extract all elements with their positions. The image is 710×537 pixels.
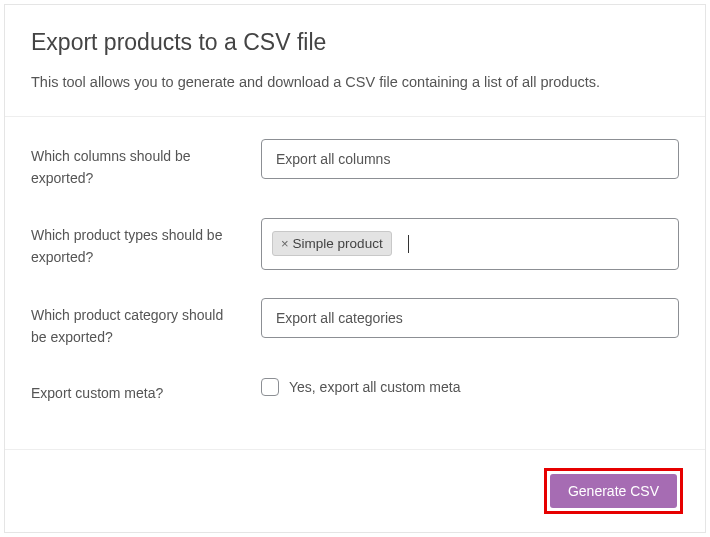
button-highlight: Generate CSV: [544, 468, 683, 514]
category-label: Which product category should be exporte…: [31, 298, 261, 349]
custom-meta-label: Export custom meta?: [31, 376, 261, 404]
form-section: Which columns should be exported? Export…: [5, 117, 705, 443]
generate-csv-button[interactable]: Generate CSV: [550, 474, 677, 508]
export-panel: Export products to a CSV file This tool …: [4, 4, 706, 533]
custom-meta-control: Yes, export all custom meta: [261, 376, 679, 396]
product-types-control: × Simple product: [261, 218, 679, 270]
category-row: Which product category should be exporte…: [31, 298, 679, 349]
columns-label: Which columns should be exported?: [31, 139, 261, 190]
product-type-tag-label: Simple product: [293, 236, 383, 251]
columns-placeholder: Export all columns: [276, 151, 390, 167]
category-control: Export all categories: [261, 298, 679, 338]
product-type-tag[interactable]: × Simple product: [272, 231, 392, 256]
panel-footer: Generate CSV: [5, 449, 705, 532]
columns-select[interactable]: Export all columns: [261, 139, 679, 179]
columns-control: Export all columns: [261, 139, 679, 179]
category-placeholder: Export all categories: [276, 310, 403, 326]
custom-meta-checkbox-label: Yes, export all custom meta: [289, 379, 460, 395]
product-types-label: Which product types should be exported?: [31, 218, 261, 269]
category-select[interactable]: Export all categories: [261, 298, 679, 338]
custom-meta-checkbox-row: Yes, export all custom meta: [261, 376, 679, 396]
panel-header: Export products to a CSV file This tool …: [5, 5, 705, 116]
custom-meta-checkbox[interactable]: [261, 378, 279, 396]
page-description: This tool allows you to generate and dow…: [31, 72, 679, 94]
columns-row: Which columns should be exported? Export…: [31, 139, 679, 190]
page-title: Export products to a CSV file: [31, 29, 679, 56]
product-types-row: Which product types should be exported? …: [31, 218, 679, 270]
product-types-select[interactable]: × Simple product: [261, 218, 679, 270]
close-icon[interactable]: ×: [281, 236, 289, 251]
input-cursor: [408, 235, 409, 253]
custom-meta-row: Export custom meta? Yes, export all cust…: [31, 376, 679, 404]
